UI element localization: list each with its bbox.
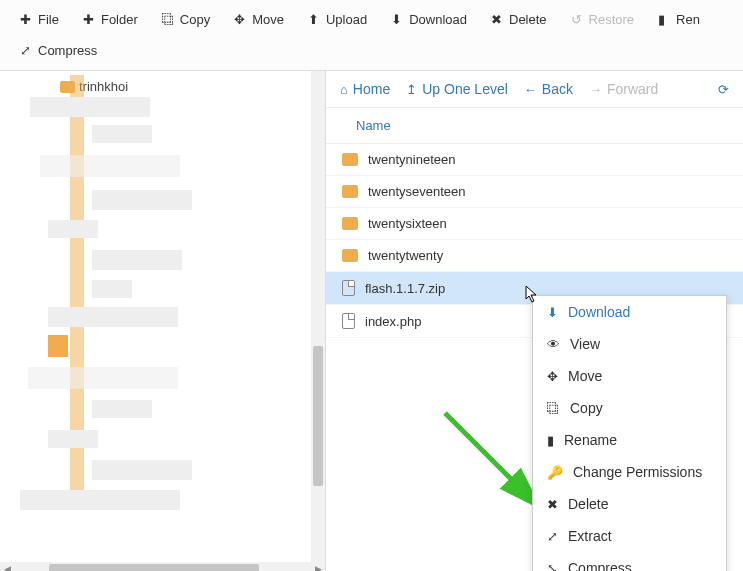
folder-icon [342,153,358,166]
ctx-copy[interactable]: ⿻Copy [533,392,726,424]
compress-button[interactable]: ⤢Compress [8,35,109,66]
ctx-move-label: Move [568,368,602,384]
new-folder-button[interactable]: ✚Folder [71,4,150,35]
reload-button[interactable]: ⟳ [718,83,729,96]
forward-label: Forward [607,81,658,97]
upload-icon: ⬆ [308,13,321,26]
ctx-extract-label: Extract [568,528,612,544]
upload-button[interactable]: ⬆Upload [296,4,379,35]
compress-label: Compress [38,43,97,58]
ctx-permissions-label: Change Permissions [573,464,702,480]
move-icon: ✥ [234,13,247,26]
ctx-rename[interactable]: ▮Rename [533,424,726,456]
copy-button[interactable]: ⿻Copy [150,4,222,35]
plus-icon: ✚ [83,13,96,26]
file-row[interactable]: twentynineteen [326,144,743,176]
file-name: twentysixteen [368,216,447,231]
copy-icon: ⿻ [162,13,175,26]
file-name: flash.1.1.7.zip [365,281,445,296]
up-label: Up One Level [422,81,508,97]
left-arrow-icon: ← [524,83,537,96]
file-row[interactable]: twentysixteen [326,208,743,240]
folder-icon [342,217,358,230]
download-icon: ⬇ [547,306,558,319]
home-label: Home [353,81,390,97]
file-name: twentyseventeen [368,184,466,199]
right-arrow-icon: → [589,83,602,96]
ctx-delete-label: Delete [568,496,608,512]
copy-icon: ⿻ [547,402,560,415]
rename-icon: ▮ [547,434,554,447]
main-toolbar: ✚File ✚Folder ⿻Copy ✥Move ⬆Upload ⬇Downl… [0,0,743,71]
plus-icon: ✚ [20,13,33,26]
ctx-download-label: Download [568,304,630,320]
ctx-rename-label: Rename [564,432,617,448]
move-icon: ✥ [547,370,558,383]
delete-button[interactable]: ✖Delete [479,4,559,35]
ctx-copy-label: Copy [570,400,603,416]
home-button[interactable]: ⌂Home [340,81,390,97]
new-file-button[interactable]: ✚File [8,4,71,35]
ctx-delete[interactable]: ✖Delete [533,488,726,520]
delete-icon: ✖ [547,498,558,511]
ctx-download[interactable]: ⬇Download [533,296,726,328]
back-button[interactable]: ←Back [524,81,573,97]
file-name: twentytwenty [368,248,443,263]
name-column-header[interactable]: Name [356,118,391,133]
sidebar-scrollbar-vertical[interactable] [311,71,325,562]
download-icon: ⬇ [391,13,404,26]
move-label: Move [252,12,284,27]
column-header-row: Name [326,108,743,144]
scroll-right-icon[interactable]: ▶ [311,562,325,571]
sidebar-tree: trinhkhoi ◀ ▶ [0,71,326,571]
context-menu: ⬇Download 👁View ✥Move ⿻Copy ▮Rename 🔑Cha… [532,295,727,571]
folder-label: Folder [101,12,138,27]
file-row[interactable]: twentytwenty [326,240,743,272]
reload-icon: ⟳ [718,83,729,96]
compress-icon: ⤡ [547,562,558,572]
php-file-icon [342,313,355,329]
rename-icon: ▮ [658,13,671,26]
folder-icon [342,185,358,198]
ctx-compress[interactable]: ⤡Compress [533,552,726,571]
ctx-extract[interactable]: ⤢Extract [533,520,726,552]
extract-icon: ⤢ [547,530,558,543]
restore-label: Restore [589,12,635,27]
home-icon: ⌂ [340,83,348,96]
up-one-level-button[interactable]: ↥Up One Level [406,81,508,97]
ctx-view[interactable]: 👁View [533,328,726,360]
zip-file-icon [342,280,355,296]
scroll-left-icon[interactable]: ◀ [0,562,14,571]
scrollbar-thumb[interactable] [49,564,259,571]
ctx-permissions[interactable]: 🔑Change Permissions [533,456,726,488]
copy-label: Copy [180,12,210,27]
sidebar-scrollbar-horizontal[interactable]: ◀ ▶ [0,562,325,571]
download-button[interactable]: ⬇Download [379,4,479,35]
delete-label: Delete [509,12,547,27]
move-button[interactable]: ✥Move [222,4,296,35]
blurred-tree-region [0,75,300,560]
delete-icon: ✖ [491,13,504,26]
key-icon: 🔑 [547,466,563,479]
restore-icon: ↺ [571,13,584,26]
file-row[interactable]: twentyseventeen [326,176,743,208]
up-arrow-icon: ↥ [406,83,417,96]
rename-button[interactable]: ▮Ren [646,4,712,35]
rename-label: Ren [676,12,700,27]
file-name: index.php [365,314,421,329]
compress-icon: ⤢ [20,44,33,57]
download-label: Download [409,12,467,27]
file-label: File [38,12,59,27]
folder-icon [342,249,358,262]
nav-bar: ⌂Home ↥Up One Level ←Back →Forward ⟳ [326,71,743,108]
ctx-view-label: View [570,336,600,352]
ctx-move[interactable]: ✥Move [533,360,726,392]
upload-label: Upload [326,12,367,27]
ctx-compress-label: Compress [568,560,632,571]
back-label: Back [542,81,573,97]
restore-button: ↺Restore [559,4,647,35]
file-name: twentynineteen [368,152,455,167]
forward-button: →Forward [589,81,658,97]
eye-icon: 👁 [547,338,560,351]
scrollbar-thumb[interactable] [313,346,323,486]
